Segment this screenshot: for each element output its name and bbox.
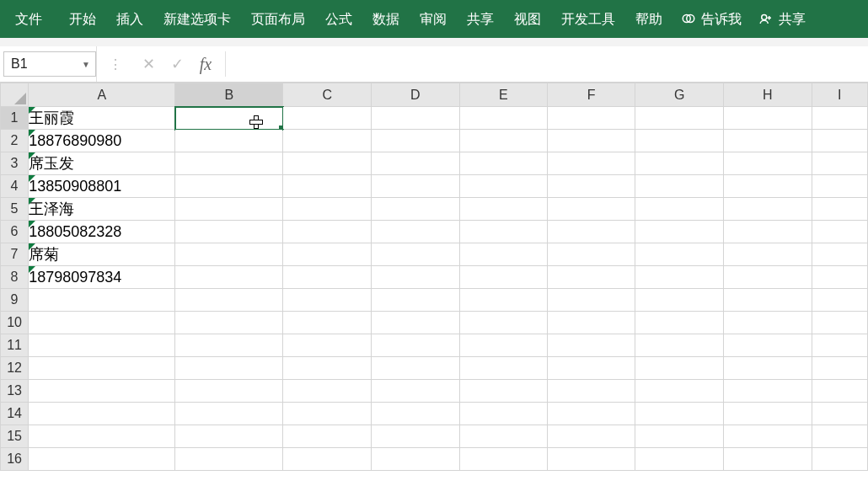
row-header-16[interactable]: 16	[1, 448, 29, 471]
cell-B4[interactable]	[175, 175, 283, 198]
column-header-C[interactable]: C	[283, 83, 372, 107]
cell-B15[interactable]	[175, 425, 283, 448]
cell-I12[interactable]	[812, 357, 867, 380]
formula-bar-handle-icon[interactable]: ⋮	[97, 56, 134, 72]
cell-A16[interactable]	[29, 448, 175, 471]
cell-E1[interactable]	[459, 107, 547, 130]
cell-H11[interactable]	[724, 334, 812, 357]
cell-H7[interactable]	[724, 243, 812, 266]
cell-I15[interactable]	[812, 425, 867, 448]
cell-G2[interactable]	[635, 130, 724, 152]
column-header-G[interactable]: G	[635, 83, 724, 107]
cell-D1[interactable]	[372, 107, 460, 130]
tab-数据[interactable]: 数据	[362, 0, 410, 38]
tab-file[interactable]: 文件	[3, 0, 59, 38]
cell-G8[interactable]	[635, 266, 724, 289]
share-button[interactable]: 共享	[750, 0, 814, 38]
cell-I2[interactable]	[812, 130, 867, 152]
column-header-D[interactable]: D	[372, 83, 460, 107]
name-box[interactable]: B1 ▼	[3, 51, 96, 77]
cell-D4[interactable]	[372, 175, 460, 198]
cell-D15[interactable]	[372, 425, 460, 448]
column-header-H[interactable]: H	[724, 83, 812, 107]
cell-I9[interactable]	[812, 289, 867, 312]
cell-A8[interactable]: 18798097834	[29, 266, 175, 289]
cell-H16[interactable]	[724, 448, 812, 471]
cell-D5[interactable]	[372, 198, 460, 221]
cell-E15[interactable]	[459, 425, 547, 448]
row-header-11[interactable]: 11	[1, 334, 29, 357]
cell-G3[interactable]	[635, 152, 724, 175]
cell-D2[interactable]	[372, 130, 460, 152]
cell-H5[interactable]	[724, 198, 812, 221]
cell-H13[interactable]	[724, 380, 812, 403]
cell-A1[interactable]: 王丽霞	[29, 107, 175, 130]
cell-F6[interactable]	[548, 221, 635, 243]
cell-G6[interactable]	[635, 221, 724, 243]
cell-F10[interactable]	[548, 312, 635, 334]
cell-F5[interactable]	[548, 198, 635, 221]
name-box-dropdown-icon[interactable]: ▼	[82, 60, 90, 69]
tab-共享[interactable]: 共享	[457, 0, 504, 38]
cell-A10[interactable]	[29, 312, 175, 334]
row-header-1[interactable]: 1	[1, 107, 29, 130]
tab-开始[interactable]: 开始	[59, 0, 106, 38]
cell-G4[interactable]	[635, 175, 724, 198]
insert-function-button[interactable]: fx	[191, 55, 220, 74]
cell-E12[interactable]	[459, 357, 547, 380]
row-header-14[interactable]: 14	[1, 403, 29, 425]
cell-I4[interactable]	[812, 175, 867, 198]
cell-B16[interactable]	[175, 448, 283, 471]
cell-F13[interactable]	[548, 380, 635, 403]
cell-E5[interactable]	[459, 198, 547, 221]
cell-D16[interactable]	[372, 448, 460, 471]
cell-D12[interactable]	[372, 357, 460, 380]
cell-H12[interactable]	[724, 357, 812, 380]
cell-C13[interactable]	[283, 380, 372, 403]
formula-input[interactable]	[225, 51, 868, 77]
column-header-E[interactable]: E	[459, 83, 547, 107]
cell-B13[interactable]	[175, 380, 283, 403]
cell-F2[interactable]	[548, 130, 635, 152]
cell-C6[interactable]	[283, 221, 372, 243]
cell-H10[interactable]	[724, 312, 812, 334]
cell-F16[interactable]	[548, 448, 635, 471]
cell-I8[interactable]	[812, 266, 867, 289]
column-header-I[interactable]: I	[812, 83, 867, 107]
cell-G10[interactable]	[635, 312, 724, 334]
tell-me[interactable]: 告诉我	[672, 0, 750, 38]
column-header-B[interactable]: B	[175, 83, 283, 107]
cell-A2[interactable]: 18876890980	[29, 130, 175, 152]
cell-E7[interactable]	[459, 243, 547, 266]
column-header-F[interactable]: F	[548, 83, 635, 107]
cell-H15[interactable]	[724, 425, 812, 448]
cell-E14[interactable]	[459, 403, 547, 425]
cell-I1[interactable]	[812, 107, 867, 130]
cell-E4[interactable]	[459, 175, 547, 198]
tab-公式[interactable]: 公式	[315, 0, 362, 38]
row-header-3[interactable]: 3	[1, 152, 29, 175]
cell-A5[interactable]: 王泽海	[29, 198, 175, 221]
row-header-6[interactable]: 6	[1, 221, 29, 243]
cell-H4[interactable]	[724, 175, 812, 198]
cell-G15[interactable]	[635, 425, 724, 448]
row-header-2[interactable]: 2	[1, 130, 29, 152]
cell-B6[interactable]	[175, 221, 283, 243]
cell-B7[interactable]	[175, 243, 283, 266]
cell-I3[interactable]	[812, 152, 867, 175]
row-header-8[interactable]: 8	[1, 266, 29, 289]
cell-E6[interactable]	[459, 221, 547, 243]
cell-F9[interactable]	[548, 289, 635, 312]
cell-E9[interactable]	[459, 289, 547, 312]
cell-H2[interactable]	[724, 130, 812, 152]
row-header-9[interactable]: 9	[1, 289, 29, 312]
cell-D6[interactable]	[372, 221, 460, 243]
cell-C5[interactable]	[283, 198, 372, 221]
cell-F15[interactable]	[548, 425, 635, 448]
cell-I10[interactable]	[812, 312, 867, 334]
cell-A6[interactable]: 18805082328	[29, 221, 175, 243]
cell-C1[interactable]	[283, 107, 372, 130]
cell-D9[interactable]	[372, 289, 460, 312]
cell-B9[interactable]	[175, 289, 283, 312]
cell-C2[interactable]	[283, 130, 372, 152]
